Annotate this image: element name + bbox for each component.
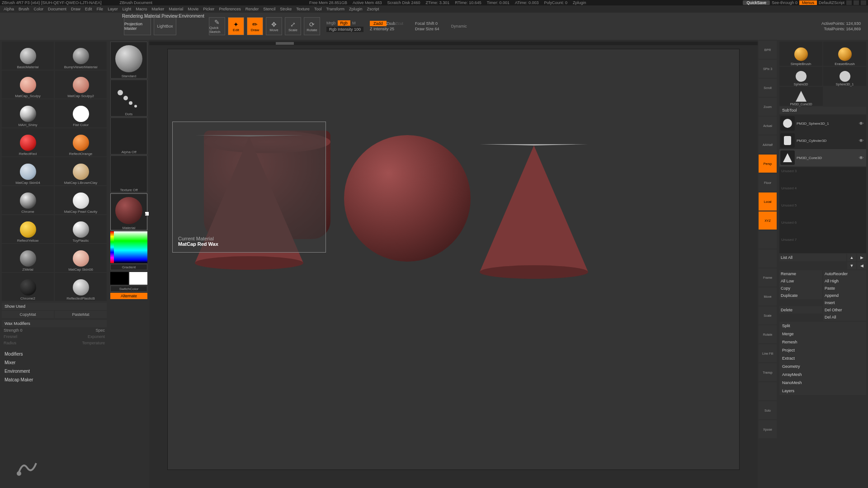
z-intensity-slider[interactable]: Z Intensity 25	[370, 27, 394, 31]
quicksketch-button[interactable]: ✎Quick Sketch	[209, 17, 225, 35]
seethrough-slider[interactable]: See-through 0	[772, 0, 797, 5]
rstrip-scroll[interactable]: Scroll	[759, 79, 777, 97]
max-icon[interactable]	[854, 0, 859, 5]
spec-slider[interactable]: Spec	[95, 328, 105, 333]
menus-button[interactable]: Menus	[799, 0, 817, 5]
subtool-pm3d_sphere3d_1[interactable]: PM3D_Sphere3D_1👁	[779, 115, 866, 132]
edit-button[interactable]: ✦Edit	[228, 17, 244, 35]
canvas-scrollbar[interactable]	[149, 42, 758, 45]
menu-light[interactable]: Light	[123, 7, 132, 11]
menu-alpha[interactable]: Alpha	[4, 7, 14, 11]
draw-button[interactable]: ✏Draw	[247, 17, 263, 35]
menu-picker[interactable]: Picker	[203, 7, 214, 11]
alpha-slot[interactable]: Alpha Off	[110, 117, 147, 155]
rstrip-xpose[interactable]: Xpose	[759, 420, 777, 438]
focal-shift-slider[interactable]: Focal Shift 0	[415, 21, 439, 26]
paste-button[interactable]: Paste	[823, 285, 866, 292]
section-extract[interactable]: Extract	[779, 354, 866, 362]
menu-render[interactable]: Render	[245, 7, 259, 11]
zadd-toggle[interactable]: Zadd	[370, 21, 387, 26]
strength-slider[interactable]: Strength 0	[4, 328, 23, 333]
menu-stroke[interactable]: Stroke	[280, 7, 292, 11]
gradient-toggle[interactable]: Gradient	[110, 264, 147, 270]
color-picker[interactable]	[110, 231, 147, 263]
section-arraymesh[interactable]: ArrayMesh	[779, 371, 866, 379]
switchcolor-button[interactable]: SwitchColor	[110, 286, 147, 292]
fresnel-slider[interactable]: Fresnel	[4, 334, 17, 339]
projection-master-button[interactable]: Projection Master	[124, 17, 151, 35]
min-icon[interactable]	[846, 0, 852, 5]
dynamic-toggle[interactable]: Dynamic	[451, 24, 467, 28]
wax-modifiers-header[interactable]: Wax Modifiers	[2, 320, 107, 327]
canvas-area[interactable]: Current Material MatCap Red Wax	[149, 40, 758, 488]
tool-thumb-cone[interactable]: PM3D_Cone3D	[779, 87, 823, 106]
menu-zplugin[interactable]: Zplugin	[349, 7, 363, 11]
rstrip-aahalf[interactable]: AAHalf	[759, 136, 777, 154]
rstrip-bpr[interactable]: BPR	[759, 41, 777, 59]
rstrip-blank[interactable]	[759, 230, 777, 249]
rstrip-solo[interactable]: Solo	[759, 401, 777, 419]
radius-slider[interactable]: Radius	[4, 341, 16, 345]
brush-slot[interactable]: Standard	[110, 42, 147, 79]
rstrip-blank[interactable]	[759, 249, 777, 267]
section-split[interactable]: Split	[779, 322, 866, 330]
material-matcap-skin04[interactable]: MatCap Skin04	[2, 157, 54, 185]
matcap-maker-section[interactable]: Matcap Maker	[2, 375, 107, 384]
menu-brush[interactable]: Brush	[19, 7, 29, 11]
close-icon[interactable]	[861, 0, 866, 5]
material-bumpviewermaterial[interactable]: BumpViewerMaterial	[55, 42, 107, 70]
menu-document[interactable]: Document	[48, 7, 66, 11]
quicksave-button[interactable]: QuickSave	[743, 0, 770, 5]
del-other-button[interactable]: Del Other	[823, 306, 866, 314]
section-remesh[interactable]: Remesh	[779, 338, 866, 346]
menu-transform[interactable]: Transform	[326, 7, 344, 11]
material-zmetal[interactable]: ZMetal	[2, 244, 54, 272]
menu-texture[interactable]: Texture	[296, 7, 310, 11]
duplicate-button[interactable]: Duplicate	[779, 292, 822, 299]
rstrip-blank[interactable]	[759, 382, 777, 400]
copymat-button[interactable]: CopyMat	[2, 311, 54, 318]
exponent-slider[interactable]: Exponent	[88, 334, 105, 339]
section-merge[interactable]: Merge	[779, 330, 866, 338]
arrow-down-icon[interactable]: ▼	[847, 262, 856, 269]
list-all-button[interactable]: List All	[779, 254, 846, 261]
visibility-icon[interactable]: 👁	[859, 121, 865, 126]
rstrip-move[interactable]: Move	[759, 287, 777, 305]
subtool-pm3d_cone3d[interactable]: PM3D_Cone3D👁	[779, 149, 866, 166]
zcut-toggle[interactable]: Zcut	[396, 21, 404, 26]
tool-sphere3d[interactable]: Sphere3D	[779, 67, 822, 86]
draw-size-slider[interactable]: Draw Size 64	[415, 27, 439, 31]
append-button[interactable]: Append	[823, 292, 866, 299]
modifiers-section[interactable]: Modifiers	[2, 350, 107, 358]
scale-button[interactable]: ⤢Scale	[285, 17, 301, 35]
section-nanomesh[interactable]: NanoMesh	[779, 379, 866, 387]
brush-simplebrush[interactable]: SimpleBrush	[779, 42, 822, 66]
environment-section[interactable]: Environment	[2, 367, 107, 375]
rstrip-persp[interactable]: Persp	[759, 155, 777, 173]
stroke-slot[interactable]: Dots	[110, 80, 147, 117]
menu-marker[interactable]: Marker	[151, 7, 164, 11]
tool-sphere3d_1[interactable]: Sphere3D_1	[823, 67, 866, 86]
material-reflectred[interactable]: ReflectRed	[2, 128, 54, 156]
mrgb-toggle[interactable]: Mrgb	[326, 21, 336, 25]
section-project[interactable]: Project	[779, 346, 866, 354]
insert-button[interactable]: Insert	[823, 299, 866, 306]
menu-file[interactable]: File	[97, 7, 104, 11]
rstrip-line-fill[interactable]: Line Fill	[759, 344, 777, 362]
material-reflectyellow[interactable]: ReflectYellow	[2, 215, 54, 243]
rstrip-local[interactable]: Local	[759, 192, 777, 211]
menu-color[interactable]: Color	[34, 7, 44, 11]
autoreorder-button[interactable]: AutoReorder	[823, 270, 866, 277]
material-slot[interactable]: Material ▸	[110, 193, 147, 230]
subtool-pm3d_cylinder3d[interactable]: PM3D_Cylinder3D👁	[779, 132, 866, 149]
temperature-slider[interactable]: Temperature	[82, 341, 105, 345]
copy-button[interactable]: Copy	[779, 285, 822, 292]
menu-stencil[interactable]: Stencil	[263, 7, 275, 11]
rgb-toggle[interactable]: Rgb	[338, 20, 351, 26]
brush-eraserbrush[interactable]: EraserBrush	[823, 42, 866, 66]
material-reflectorange[interactable]: ReflectOrange	[55, 128, 107, 156]
material-reflectedplasticb[interactable]: ReflectedPlasticB	[55, 273, 107, 301]
material-mah-shiny[interactable]: MAH_Shiny	[2, 99, 54, 127]
section-geometry[interactable]: Geometry	[779, 362, 866, 371]
menu-zscript[interactable]: Zscript	[367, 7, 379, 11]
